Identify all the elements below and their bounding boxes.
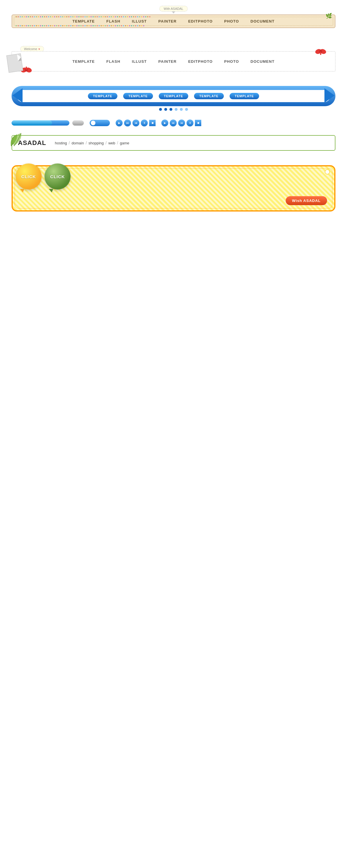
dot-5[interactable] xyxy=(180,108,183,111)
leaf-decoration xyxy=(8,132,26,150)
svg-marker-8 xyxy=(12,88,23,103)
nav-link-document[interactable]: DOCUMENT xyxy=(250,19,275,24)
pause-btn-2[interactable]: ⏸ xyxy=(187,120,193,126)
click-section: CLICK CLICK Wish ASADAL xyxy=(11,165,336,212)
click-label-orange: CLICK xyxy=(22,174,36,179)
dot-4[interactable] xyxy=(175,108,178,111)
nav-link2-flash[interactable]: FLASH xyxy=(106,59,120,64)
ribbon-bow-tr xyxy=(315,48,326,57)
asadal-link-hosting[interactable]: hosting xyxy=(55,141,67,145)
flower-decoration: 🌿 xyxy=(325,13,332,19)
orange-frame: CLICK CLICK Wish ASADAL xyxy=(11,165,336,212)
nav-link2-template[interactable]: TEMPLATE xyxy=(72,59,95,64)
asadal-nav-section: ASADAL hosting / domain / shopping / web… xyxy=(11,135,336,151)
blue-nav-btn-5[interactable]: TEMPLATE xyxy=(230,93,259,99)
separator-4: / xyxy=(117,141,118,145)
paper-icon xyxy=(6,54,23,73)
dot-1[interactable] xyxy=(159,108,162,111)
nav-link-flash[interactable]: FLASH xyxy=(106,19,120,24)
media-controls-1: ▶ ⏭ ⏮ ⏸ ⏹ xyxy=(116,120,156,126)
progress-bar[interactable] xyxy=(11,120,69,126)
dot-6[interactable] xyxy=(185,108,188,111)
media-controls-2: ▶ ⏭ ⏮ ⏸ ⏹ xyxy=(161,120,201,126)
dot-3[interactable] xyxy=(169,108,172,111)
controls-section: ▶ ⏭ ⏮ ⏸ ⏹ ▶ ⏭ ⏮ ⏸ ⏹ xyxy=(11,120,336,126)
stop-btn-2[interactable]: ⏹ xyxy=(195,120,201,126)
asadal-link-web[interactable]: web xyxy=(108,141,115,145)
svg-rect-3 xyxy=(320,52,321,55)
separator-2: / xyxy=(86,141,87,145)
play-btn-2[interactable]: ▶ xyxy=(161,120,168,126)
separator-3: / xyxy=(105,141,107,145)
nav-link-editphoto[interactable]: EDITPHOTO xyxy=(188,19,213,24)
toggle-knob xyxy=(91,121,95,125)
wish-asadal-button[interactable]: Wish ASADAL xyxy=(286,196,327,205)
nav-link2-document[interactable]: DOCUMENT xyxy=(250,59,275,64)
welcome-tag: Welcome ♥ xyxy=(20,46,44,52)
asadal-link-domain[interactable]: domain xyxy=(71,141,84,145)
blue-nav-inner: TEMPLATE TEMPLATE TEMPLATE TEMPLATE TEMP… xyxy=(17,90,330,102)
heart-icon: ♥ xyxy=(38,48,40,51)
circle-decoration-tr xyxy=(325,169,330,175)
nav-link-illust[interactable]: ILLUST xyxy=(132,19,147,24)
tag-text: With ASADAL xyxy=(164,7,183,10)
progress-bar-container xyxy=(11,120,84,126)
nav-bar-ribbon: TEMPLATE FLASH ILLUST PAINTER EDITPHOTO … xyxy=(11,51,336,71)
click-button-green[interactable]: CLICK xyxy=(44,163,70,189)
dot-2[interactable] xyxy=(164,108,167,111)
nav-link-template[interactable]: TEMPLATE xyxy=(72,19,95,24)
asadal-link-game[interactable]: game xyxy=(120,141,129,145)
blue-nav-btn-1[interactable]: TEMPLATE xyxy=(88,93,117,99)
svg-marker-9 xyxy=(324,88,335,103)
nav-section-blue-oval: TEMPLATE TEMPLATE TEMPLATE TEMPLATE TEMP… xyxy=(11,86,336,111)
blue-nav-btn-2[interactable]: TEMPLATE xyxy=(123,93,153,99)
nav-bar-beige: 🌿 xyxy=(11,14,336,28)
stop-btn-1[interactable]: ⏹ xyxy=(149,120,156,126)
click-button-orange[interactable]: CLICK xyxy=(15,163,42,189)
blue-nav-btn-4[interactable]: TEMPLATE xyxy=(194,93,223,99)
with-asadal-tag: With ASADAL xyxy=(159,6,188,11)
click-label-green: CLICK xyxy=(50,174,65,179)
next-btn-1[interactable]: ⏭ xyxy=(124,120,131,126)
asadal-nav-links: hosting / domain / shopping / web / game xyxy=(55,141,129,145)
slider-button[interactable] xyxy=(72,120,84,126)
nav-section-beige: With ASADAL 🌿 xyxy=(11,14,336,28)
progress-fill xyxy=(11,120,52,126)
dots-bottom xyxy=(15,25,332,26)
arrow-right-icon xyxy=(324,88,336,104)
asadal-link-shopping[interactable]: shopping xyxy=(89,141,104,145)
blue-nav-btn-3[interactable]: TEMPLATE xyxy=(159,93,188,99)
next-btn-2[interactable]: ⏭ xyxy=(170,120,177,126)
svg-rect-7 xyxy=(26,66,27,70)
prev-btn-2[interactable]: ⏮ xyxy=(178,120,185,126)
nav-link2-illust[interactable]: ILLUST xyxy=(132,59,147,64)
play-btn-1[interactable]: ▶ xyxy=(116,120,123,126)
nav-link2-painter[interactable]: PAINTER xyxy=(158,59,177,64)
nav-link-photo[interactable]: PHOTO xyxy=(224,19,239,24)
welcome-text: Welcome xyxy=(24,47,37,51)
pagination-dots xyxy=(11,108,336,111)
nav-section-ribbon: Welcome ♥ xyxy=(11,51,336,71)
nav-link2-editphoto[interactable]: EDITPHOTO xyxy=(188,59,213,64)
arrow-left-icon xyxy=(11,88,23,104)
toggle-switch[interactable] xyxy=(90,120,110,126)
nav-link-painter[interactable]: PAINTER xyxy=(158,19,177,24)
separator-1: / xyxy=(69,141,70,145)
blue-nav-outer: TEMPLATE TEMPLATE TEMPLATE TEMPLATE TEMP… xyxy=(11,86,336,106)
nav-link2-photo[interactable]: PHOTO xyxy=(224,59,239,64)
dots-top xyxy=(15,16,332,18)
pause-btn-1[interactable]: ⏸ xyxy=(141,120,148,126)
prev-btn-1[interactable]: ⏮ xyxy=(132,120,139,126)
